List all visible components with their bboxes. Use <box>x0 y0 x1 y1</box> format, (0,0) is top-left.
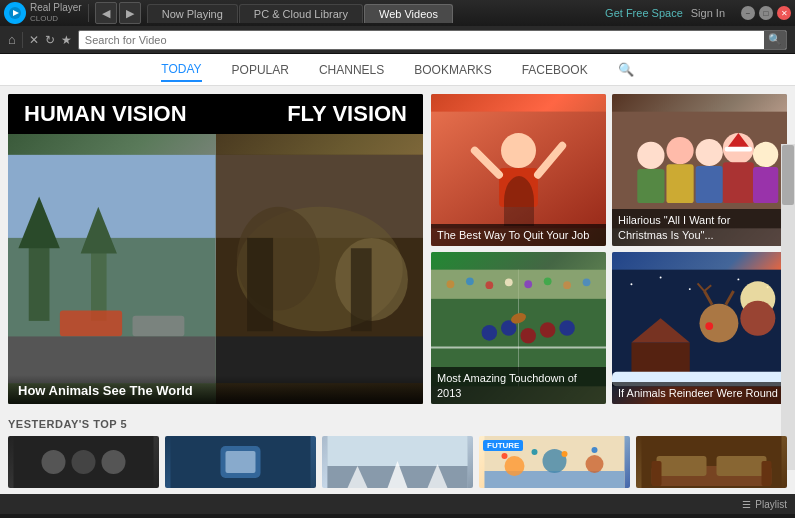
svg-point-94 <box>592 447 598 453</box>
tab-popular[interactable]: POPULAR <box>232 59 289 81</box>
strip-thumb-3[interactable] <box>322 436 473 488</box>
svg-point-71 <box>705 322 713 330</box>
tab-pc-cloud[interactable]: PC & Cloud Library <box>239 4 363 23</box>
bookmark-button[interactable]: ★ <box>61 33 72 47</box>
home-icon[interactable]: ⌂ <box>8 32 16 47</box>
svg-point-28 <box>696 139 723 166</box>
svg-point-66 <box>740 301 775 336</box>
nav-arrows: ◀ ▶ <box>95 2 141 24</box>
vision-left <box>8 134 216 404</box>
tab-bookmarks[interactable]: BOOKMARKS <box>414 59 491 81</box>
title-bar-right: Get Free Space Sign In − □ ✕ <box>605 6 791 20</box>
close-button[interactable]: ✕ <box>777 6 791 20</box>
search-nav-icon[interactable]: 🔍 <box>618 62 634 77</box>
maximize-button[interactable]: □ <box>759 6 773 20</box>
svg-point-27 <box>666 137 693 164</box>
stop-button[interactable]: ✕ <box>29 33 39 47</box>
strip-thumb-5[interactable] <box>636 436 787 488</box>
video-thumb-1[interactable]: The Best Way To Quit Your Job <box>431 94 606 246</box>
separator <box>22 32 23 48</box>
forward-button[interactable]: ▶ <box>119 2 141 24</box>
tab-channels[interactable]: CHANNELS <box>319 59 384 81</box>
thumb-caption-3: Most Amazing Touchdown of 2013 <box>431 367 606 404</box>
svg-point-26 <box>637 142 664 169</box>
featured-caption: How Animals See The World <box>8 375 423 404</box>
svg-point-65 <box>700 304 739 343</box>
human-vision-label: HUMAN VISION <box>24 101 187 127</box>
tab-today[interactable]: TODAY <box>161 58 201 82</box>
video-thumb-2[interactable]: Hilarious "All I Want for Christmas Is Y… <box>612 94 787 246</box>
svg-point-57 <box>630 283 632 285</box>
svg-rect-97 <box>657 456 707 476</box>
content-wrapper: HUMAN VISION FLY VISION <box>0 86 795 494</box>
svg-point-54 <box>563 281 571 289</box>
scrollbar-track[interactable] <box>781 144 795 412</box>
tab-web-videos[interactable]: Web Videos <box>364 4 453 23</box>
logo: Real Player CLOUD <box>4 2 82 24</box>
svg-rect-37 <box>753 167 778 203</box>
svg-point-53 <box>544 277 552 285</box>
svg-rect-9 <box>133 316 185 337</box>
fly-vision-label: FLY VISION <box>287 101 407 127</box>
logo-icon <box>4 2 26 24</box>
tab-now-playing[interactable]: Now Playing <box>147 4 238 23</box>
playlist-icon: ☰ <box>742 499 751 510</box>
playlist-label[interactable]: Playlist <box>755 499 787 510</box>
thumb-caption-1: The Best Way To Quit Your Job <box>431 224 606 246</box>
svg-rect-47 <box>431 270 606 299</box>
strip-thumb-4[interactable]: FUTURE <box>479 436 630 488</box>
svg-rect-36 <box>723 162 754 203</box>
back-button[interactable]: ◀ <box>95 2 117 24</box>
playlist-bar: ☰ Playlist <box>0 494 795 514</box>
svg-point-60 <box>737 278 739 280</box>
yesterday-title: YESTERDAY'S TOP 5 <box>8 418 787 430</box>
future-badge: FUTURE <box>483 440 523 451</box>
video-grid: The Best Way To Quit Your Job <box>431 94 787 404</box>
svg-rect-22 <box>499 168 538 207</box>
svg-point-90 <box>586 455 604 473</box>
video-thumb-4[interactable]: If Animals Reindeer Were Round <box>612 252 787 404</box>
free-space-link[interactable]: Get Free Space <box>605 7 683 19</box>
svg-point-30 <box>753 142 778 167</box>
vision-top: HUMAN VISION FLY VISION <box>8 94 423 134</box>
svg-point-91 <box>502 453 508 459</box>
svg-rect-6 <box>91 248 107 321</box>
tab-facebook[interactable]: FACEBOOK <box>522 59 588 81</box>
player-controls: ▶ ■ |◀ ▮▮ ▶| ◀◀ ▶▶ 0:00 / 0:00 🔊 50% <box>0 514 795 518</box>
vision-right <box>216 134 424 404</box>
svg-point-45 <box>559 320 575 336</box>
scrollbar-thumb[interactable] <box>782 145 794 205</box>
address-bar: ⌂ ✕ ↻ ★ 🔍 <box>0 26 795 54</box>
svg-point-21 <box>501 133 536 168</box>
video-thumb-3[interactable]: Most Amazing Touchdown of 2013 <box>431 252 606 404</box>
sign-in-link[interactable]: Sign In <box>691 7 725 19</box>
yesterday-section: YESTERDAY'S TOP 5 <box>0 412 795 494</box>
svg-rect-35 <box>696 166 723 203</box>
svg-point-76 <box>102 450 126 474</box>
tab-buttons: Now Playing PC & Cloud Library Web Video… <box>147 4 605 23</box>
svg-point-59 <box>689 288 691 290</box>
svg-point-93 <box>562 451 568 457</box>
svg-point-48 <box>447 280 455 288</box>
svg-rect-87 <box>485 471 625 488</box>
strip-thumb-1[interactable] <box>8 436 159 488</box>
svg-point-44 <box>540 322 556 338</box>
svg-rect-8 <box>60 311 122 337</box>
svg-rect-17 <box>350 248 371 331</box>
svg-point-50 <box>485 281 493 289</box>
search-input[interactable] <box>79 34 764 46</box>
svg-rect-98 <box>717 456 767 476</box>
search-button[interactable]: 🔍 <box>764 31 786 49</box>
svg-point-92 <box>532 449 538 455</box>
strip-thumb-2[interactable] <box>165 436 316 488</box>
search-box: 🔍 <box>78 30 787 50</box>
svg-point-75 <box>72 450 96 474</box>
svg-rect-32 <box>725 147 752 152</box>
refresh-button[interactable]: ↻ <box>45 33 55 47</box>
vision-split: HUMAN VISION FLY VISION <box>8 94 423 404</box>
nav-tabs: TODAY POPULAR CHANNELS BOOKMARKS FACEBOO… <box>0 54 795 86</box>
thumb-caption-2: Hilarious "All I Want for Christmas Is Y… <box>612 209 787 246</box>
minimize-button[interactable]: − <box>741 6 755 20</box>
featured-video[interactable]: HUMAN VISION FLY VISION <box>8 94 423 404</box>
svg-point-88 <box>505 456 525 476</box>
